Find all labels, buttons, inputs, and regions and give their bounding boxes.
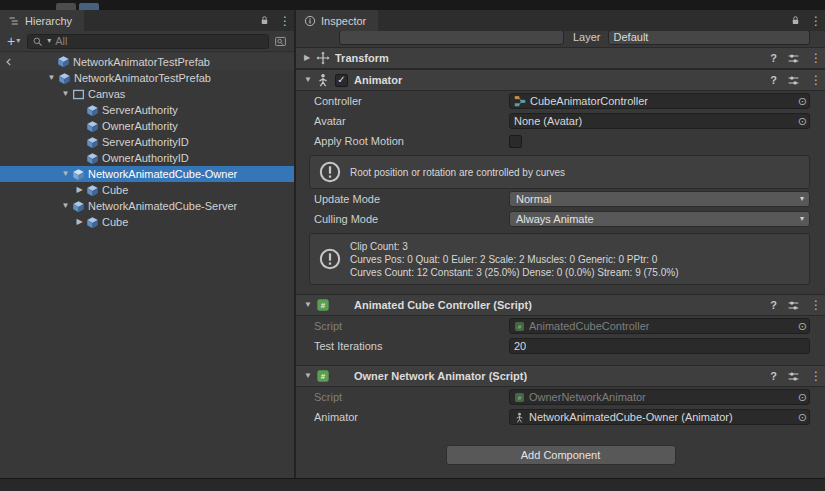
- add-component-row: Add Component: [296, 445, 825, 465]
- update-mode-dropdown[interactable]: Normal: [509, 191, 810, 207]
- unity-editor-window: Hierarchy: [0, 0, 825, 491]
- window-tab-strip: [0, 0, 825, 10]
- kebab-menu-icon[interactable]: [810, 74, 818, 86]
- transform-component-header[interactable]: Transform: [296, 47, 825, 69]
- tree-item[interactable]: ServerAuthority: [0, 102, 294, 118]
- kebab-menu-icon[interactable]: [810, 15, 818, 27]
- tab-inspector-label: Inspector: [321, 15, 366, 27]
- foldout-open-icon[interactable]: [302, 76, 316, 84]
- tree-item[interactable]: NetworkAnimatedCube-Server: [0, 198, 294, 214]
- test-iterations-input[interactable]: 20: [509, 338, 810, 354]
- search-input[interactable]: All: [27, 34, 269, 49]
- expander-icon[interactable]: [73, 218, 86, 226]
- tree-item-selected[interactable]: NetworkAnimatedCube-Owner: [0, 166, 294, 182]
- expander-icon[interactable]: [59, 90, 72, 98]
- animator-component-header[interactable]: Animator: [296, 69, 825, 91]
- presets-icon[interactable]: [787, 74, 800, 87]
- tree-item[interactable]: OwnerAuthorityID: [0, 150, 294, 166]
- test-iterations-label: Test Iterations: [314, 340, 509, 352]
- add-component-button[interactable]: Add Component: [446, 445, 676, 465]
- presets-icon[interactable]: [787, 52, 800, 65]
- hierarchy-tabbar: Hierarchy: [0, 10, 294, 31]
- help-icon[interactable]: [770, 299, 777, 311]
- kebab-menu-icon[interactable]: [810, 299, 818, 311]
- tab-hierarchy[interactable]: Hierarchy: [0, 10, 84, 31]
- back-icon[interactable]: [2, 55, 16, 69]
- prefab-cube-icon: [72, 200, 85, 213]
- tree-item[interactable]: Cube: [0, 182, 294, 198]
- component-title: Animated Cube Controller (Script): [354, 299, 532, 311]
- test-iterations-value: 20: [514, 340, 526, 352]
- window-tab-stub[interactable]: [79, 3, 99, 10]
- tree-item[interactable]: NetworkAnimatorTestPrefab: [0, 70, 294, 86]
- owner-network-animator-header[interactable]: # Owner Network Animator (Script): [296, 365, 825, 387]
- animator-controller-icon: [514, 95, 526, 107]
- tab-hierarchy-label: Hierarchy: [25, 15, 72, 27]
- presets-icon[interactable]: [787, 299, 800, 312]
- foldout-closed-icon[interactable]: [302, 54, 316, 62]
- animator-icon: [514, 412, 525, 423]
- create-object-button[interactable]: [5, 34, 22, 48]
- help-icon[interactable]: [770, 370, 777, 382]
- kebab-menu-icon[interactable]: [279, 15, 287, 27]
- tree-item[interactable]: OwnerAuthority: [0, 118, 294, 134]
- prefab-root-row[interactable]: NetworkAnimatorTestPrefab: [0, 53, 294, 70]
- tree-item[interactable]: ServerAuthorityID: [0, 134, 294, 150]
- window-tab-stub[interactable]: [56, 3, 76, 10]
- tree-item-label: ServerAuthority: [102, 104, 178, 116]
- controller-object-field[interactable]: CubeAnimatorController: [509, 93, 810, 109]
- inspector-panel: Inspector Layer Defaul: [296, 10, 825, 478]
- culling-mode-dropdown[interactable]: Always Animate: [509, 211, 810, 227]
- update-mode-value: Normal: [516, 193, 551, 205]
- expander-icon[interactable]: [73, 186, 86, 194]
- object-picker-icon[interactable]: [798, 114, 807, 128]
- script-object-field[interactable]: # OwnerNetworkAnimator: [509, 389, 810, 405]
- prefab-cube-icon: [86, 120, 99, 133]
- component-enabled-checkbox[interactable]: [335, 74, 348, 87]
- tree-item[interactable]: Canvas: [0, 86, 294, 102]
- expander-icon[interactable]: [59, 202, 72, 210]
- test-iterations-row: Test Iterations 20: [296, 336, 825, 356]
- component-gap: [296, 356, 825, 365]
- apply-root-motion-label: Apply Root Motion: [314, 135, 509, 147]
- help-icon[interactable]: [770, 52, 777, 64]
- avatar-object-field[interactable]: None (Avatar): [509, 113, 810, 129]
- script-value: OwnerNetworkAnimator: [529, 391, 646, 403]
- avatar-value: None (Avatar): [514, 115, 582, 127]
- controller-value: CubeAnimatorController: [530, 95, 648, 107]
- object-picker-icon[interactable]: [798, 94, 807, 108]
- script-object-field[interactable]: # AnimatedCubeController: [509, 318, 810, 334]
- help-icon[interactable]: [770, 74, 777, 86]
- prefab-cube-icon: [86, 136, 99, 149]
- layer-label: Layer: [573, 31, 601, 43]
- foldout-open-icon[interactable]: [302, 372, 316, 380]
- object-picker-icon[interactable]: [798, 319, 807, 333]
- tab-inspector[interactable]: Inspector: [296, 10, 378, 31]
- apply-root-motion-checkbox[interactable]: [509, 135, 522, 148]
- expander-icon[interactable]: [59, 170, 72, 178]
- culling-mode-row: Culling Mode Always Animate: [296, 209, 825, 229]
- object-picker-icon[interactable]: [798, 390, 807, 404]
- expander-icon[interactable]: [45, 74, 58, 82]
- presets-icon[interactable]: [787, 370, 800, 383]
- layer-dropdown[interactable]: Default: [608, 31, 810, 45]
- root-motion-warning-box: Root position or rotation are controlled…: [309, 155, 810, 189]
- foldout-open-icon[interactable]: [302, 301, 316, 309]
- status-bar: [0, 478, 825, 491]
- object-picker-icon[interactable]: [798, 410, 807, 424]
- update-mode-row: Update Mode Normal: [296, 189, 825, 209]
- tree-item-label: NetworkAnimatedCube-Server: [88, 200, 237, 212]
- warning-icon: [319, 248, 341, 270]
- transform-icon: [316, 51, 330, 65]
- kebab-menu-icon[interactable]: [810, 52, 818, 64]
- animated-cube-controller-header[interactable]: # Animated Cube Controller (Script): [296, 294, 825, 316]
- lock-icon[interactable]: [790, 15, 801, 26]
- tree-item[interactable]: Cube: [0, 214, 294, 230]
- kebab-menu-icon[interactable]: [810, 370, 818, 382]
- lock-icon[interactable]: [259, 15, 270, 26]
- animator-object-field[interactable]: NetworkAnimatedCube-Owner (Animator): [509, 409, 810, 425]
- tag-dropdown[interactable]: [339, 31, 564, 45]
- open-search-window-icon[interactable]: [274, 35, 287, 48]
- tree-item-label: ServerAuthorityID: [102, 136, 189, 148]
- animator-reference-label: Animator: [314, 411, 509, 423]
